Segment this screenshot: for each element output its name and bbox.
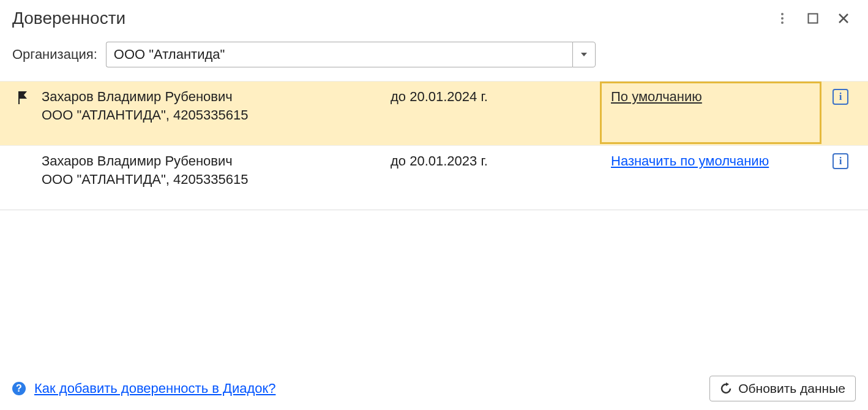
refresh-button-label: Обновить данные [738,381,845,396]
person-org: ООО "АТЛАНТИДА", 4205335615 [42,170,391,189]
svg-point-0 [781,13,784,15]
person-name: Захаров Владимир Рубенович [42,88,391,106]
default-status-link[interactable]: По умолчанию [611,89,702,104]
refresh-button[interactable]: Обновить данные [709,376,856,401]
refresh-icon [720,382,732,395]
help-icon[interactable]: ? [12,382,26,395]
person-name: Захаров Владимир Рубенович [42,152,391,170]
info-icon[interactable]: i [832,89,848,105]
kebab-menu-icon[interactable] [776,12,788,25]
close-icon[interactable] [837,12,850,25]
svg-point-1 [781,17,784,20]
info-icon[interactable]: i [832,153,848,169]
assign-default-link[interactable]: Назначить по умолчанию [611,153,769,169]
flag-icon [17,90,29,105]
organization-label: Организация: [12,47,97,63]
svg-rect-6 [18,91,20,104]
svg-point-2 [781,21,784,24]
page-title: Доверенности [12,9,125,28]
person-org: ООО "АТЛАНТИДА", 4205335615 [42,106,391,125]
chevron-down-icon [581,53,587,56]
help-link[interactable]: Как добавить доверенность в Диадок? [34,381,275,397]
organization-select-value[interactable]: ООО "Атлантида" [106,42,572,67]
organization-select-dropdown-button[interactable] [572,42,596,67]
list-item[interactable]: Захаров Владимир Рубенович ООО "АТЛАНТИД… [0,145,868,210]
maximize-icon[interactable] [807,12,819,25]
valid-until: до 20.01.2023 г. [391,152,605,169]
svg-rect-3 [809,14,818,23]
window-controls [776,9,856,25]
list-item[interactable]: Захаров Владимир Рубенович ООО "АТЛАНТИД… [0,81,868,145]
proxy-list: Захаров Владимир Рубенович ООО "АТЛАНТИД… [0,81,868,210]
organization-select[interactable]: ООО "Атлантида" [106,42,596,67]
valid-until: до 20.01.2024 г. [391,88,605,105]
